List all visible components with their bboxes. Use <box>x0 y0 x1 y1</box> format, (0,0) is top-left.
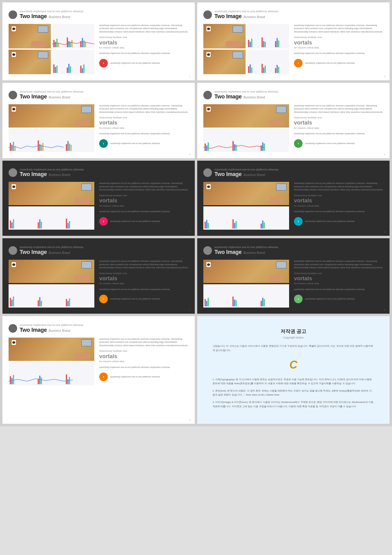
slide-9-content: assertively implement one-to-one platfor… <box>99 338 189 385</box>
slide-4-cta-text: assertively implement one-to-one platfor… <box>305 142 355 145</box>
slide-5-small-text: Assertively implement one-to-one platfor… <box>20 168 84 171</box>
slide-2-body-text2: assertively implement one-to-one platfor… <box>294 52 383 55</box>
slide-2-img-bottom2 <box>247 50 289 74</box>
laptop-8 <box>276 261 287 269</box>
hand-8 <box>269 275 285 281</box>
slide-9-title-main: Two Image <box>20 327 47 333</box>
slide-6-body-text1: Assertively implement one-to-one platfor… <box>294 182 383 192</box>
desk-scene-2 <box>203 24 246 48</box>
slide-8-body-text2: assertively implement one-to-one platfor… <box>294 288 383 291</box>
slide-6-title-row: Two Image Business Brand <box>214 171 279 178</box>
slide-6-cta-text: assertively implement one-to-one platfor… <box>305 220 355 223</box>
slide-6-cta: › assertively implement one-to-one platf… <box>294 217 383 226</box>
chart-scene-5 <box>9 206 94 230</box>
coffee-cup-3 <box>12 107 16 112</box>
cta-arrow-8: › <box>298 297 299 301</box>
laptop-7 <box>81 261 92 269</box>
slide-1-content: assertively implement one-to-one platfor… <box>99 24 189 74</box>
copyright-body: 고맙습니다. 이 서비스는 다음의 서비스에서 사용된 콘텐츠와 기기로 구성되… <box>213 344 374 411</box>
slide-8-title-sub: Business Brand <box>243 251 265 255</box>
slide-2-img-bottom <box>247 24 289 48</box>
coffee-cup-1 <box>12 26 16 31</box>
slide-1-img-bottom <box>52 24 94 48</box>
slide-9-header: assertively implement one-to-one platfor… <box>9 323 189 333</box>
slide-8-cta-btn[interactable]: › <box>294 295 303 303</box>
slide-8-small-text: assertively implement one-to-one platfor… <box>214 246 278 249</box>
chart-group-7c <box>66 298 93 306</box>
slide-7-images <box>9 260 94 308</box>
slide-9-cta-btn[interactable]: › <box>99 373 108 381</box>
slide-3: assertively implement one-to-one platfor… <box>2 83 195 158</box>
slide-1-highlight: Distinctively facilitate viral vortals f… <box>99 36 189 49</box>
slide-1-cta: › assertively implement one-to-one platf… <box>99 59 189 67</box>
hand-6 <box>269 197 285 204</box>
slide-3-images <box>9 104 94 152</box>
copyright-section2: 2. 폰트(font): 본 문서의 내용은, 이 경우 폰트 외에는 사용을 … <box>213 389 374 397</box>
slide-6-img-top <box>203 182 289 205</box>
slide-3-title-row: Two Image Business Brand <box>20 94 84 100</box>
laptop-4 <box>276 106 287 113</box>
slide-7-cta-btn[interactable]: › <box>99 295 108 303</box>
slide-6-number: 6 <box>384 231 385 233</box>
slide-3-body-text2: assertively implement one-to-one platfor… <box>99 132 189 136</box>
slide-7-img-bottom <box>9 284 94 308</box>
laptop-9 <box>81 339 92 346</box>
slide-2-content: assertively implement one-to-one platfor… <box>294 24 383 74</box>
slide-3-cta-btn[interactable]: › <box>99 139 108 148</box>
header-circle-1 <box>9 10 17 19</box>
chart-scene-1 <box>52 24 94 48</box>
slide-9-body-text1: assertively implement one-to-one platfor… <box>99 338 189 347</box>
cta-arrow-6: › <box>298 219 299 224</box>
slide-3-number: 3 <box>189 153 190 156</box>
desk-scene-9 <box>9 338 94 361</box>
chart-scene-4 <box>203 129 289 152</box>
slide-8-title-main: Two Image <box>214 249 242 255</box>
slide-3-highlight: Distinctively facilitate viral vortals f… <box>99 116 189 130</box>
slide-2-title-sub: Business Brand <box>243 15 265 19</box>
coffee-cup-9 <box>12 340 16 345</box>
slide-8-number: 8 <box>384 308 385 311</box>
slide-8-body: assertively implement one-to-one platfor… <box>203 260 383 308</box>
cta-arrow-4: › <box>298 141 299 146</box>
slide-1-cta-btn[interactable]: › <box>99 59 108 67</box>
chart-group-2ba <box>248 64 261 73</box>
chart-group-1bb <box>67 64 80 73</box>
slide-5-body-text2: assertively implement one-to-one platfor… <box>99 210 189 213</box>
slide-1-body-text1: assertively implement one-to-one platfor… <box>99 24 189 34</box>
slide-8-cta: › assertively implement one-to-one platf… <box>294 295 383 303</box>
chart-group-6b <box>232 219 260 228</box>
header-circle-9 <box>9 324 17 333</box>
coffee-cup-5 <box>12 184 16 189</box>
slide-6-cta-btn[interactable]: › <box>294 217 303 226</box>
cta-arrow-3: › <box>103 141 104 146</box>
slide-5-title-main: Two Image <box>20 171 47 178</box>
slide-4-img-bottom <box>203 129 289 152</box>
hand-9 <box>74 353 90 359</box>
hand-1 <box>31 41 46 47</box>
slide-2-cta-btn[interactable]: › <box>294 59 303 67</box>
coffee-cup-2 <box>206 26 211 31</box>
slide-7-content: assertively implement one-to-one platfor… <box>99 260 189 308</box>
wave-svg-4 <box>203 144 289 150</box>
slide-4-cta-btn[interactable]: › <box>294 139 303 148</box>
header-circle-4 <box>203 91 212 99</box>
copyright-section3: 3. 이미지(Image) & 아이콘(Icon): 본 문서에서 사용된 이미… <box>213 400 374 408</box>
slide-4-content: assertively implement one-to-one platfor… <box>294 104 383 152</box>
slide-1-title-row: Two Image Business Brand <box>20 13 84 20</box>
slide-4-title-row: Two Image Business Brand <box>214 94 278 100</box>
slide-5-cta-btn[interactable]: › <box>99 217 108 226</box>
laptop-1 <box>38 25 48 33</box>
slide-3-img-top <box>9 104 94 128</box>
slide-2-cta: › assertively implement one-to-one platf… <box>294 59 383 67</box>
laptop-6 <box>276 183 287 191</box>
desk-scene-1b <box>9 50 51 74</box>
slide-7-small-text: assertively implement one-to-one platfor… <box>20 246 84 249</box>
slide-9-number: 9 <box>189 419 190 421</box>
slide-5-cta-text: assertively implement one-to-one platfor… <box>110 220 160 223</box>
slide-3-body-text1: assertively implement one-to-one platfor… <box>99 104 189 114</box>
cta-arrow-2: › <box>298 61 299 65</box>
chart-scene-2b <box>247 50 289 74</box>
slide-6-images <box>203 182 289 230</box>
chart-scene-8 <box>203 284 289 308</box>
hand-7 <box>74 275 90 281</box>
